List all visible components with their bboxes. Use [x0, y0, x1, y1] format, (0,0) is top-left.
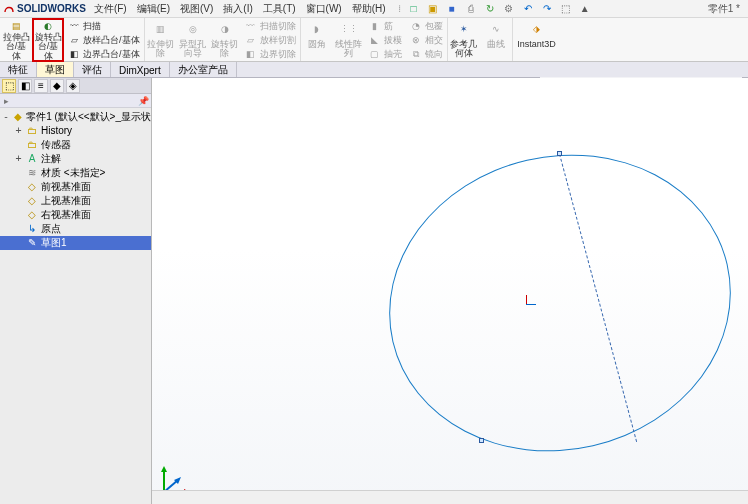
swept-cut-button[interactable]: 〰扫描切除	[245, 20, 296, 32]
tree-sensors-label: 传感器	[41, 139, 71, 151]
curves-label: 曲线	[487, 40, 505, 49]
draft-button[interactable]: ◣拔模	[369, 34, 402, 46]
hole-wizard-label: 异型孔 向导	[179, 40, 206, 59]
tree-toggle-icon[interactable]: +	[14, 125, 23, 137]
manager-tab-icons: ⬚ ◧ ≡ ◆ ◈	[0, 78, 151, 94]
tab-evaluate[interactable]: 评估	[74, 62, 111, 77]
property-manager-tab-icon[interactable]: ◧	[18, 79, 32, 93]
hole-wizard-button[interactable]: ◎ 异型孔 向导	[177, 18, 209, 61]
menu-edit[interactable]: 编辑(E)	[137, 2, 170, 16]
draft-icon: ◣	[369, 34, 381, 46]
extrude-boss-button[interactable]: ▤ 拉伸凸 台/基 体	[0, 18, 32, 61]
document-title: 零件1 *	[708, 2, 740, 16]
manager-header-arrow-icon[interactable]: ▸	[4, 96, 9, 106]
fillet-button[interactable]: ◗ 圆角	[301, 18, 333, 61]
app-brand: SOLIDWORKS	[17, 3, 86, 14]
tree-origin[interactable]: ↳ 原点	[0, 222, 151, 236]
tree-top-plane[interactable]: ◇ 上视基准面	[0, 194, 151, 208]
hole-wizard-icon: ◎	[184, 21, 202, 39]
tree-material-label: 材质 <未指定>	[41, 167, 105, 179]
print-icon[interactable]: ⎙	[464, 2, 478, 16]
tree-toggle-icon[interactable]: +	[14, 153, 23, 165]
linear-pattern-button[interactable]: ⋮⋮ 线性阵 列	[333, 18, 365, 61]
menu-tools[interactable]: 工具(T)	[263, 2, 296, 16]
tree-sensors[interactable]: 🗀 传感器	[0, 138, 151, 152]
sketch-endpoint-top[interactable]	[557, 151, 562, 156]
sketch-ellipse[interactable]	[359, 121, 748, 485]
undo-icon[interactable]: ↶	[521, 2, 535, 16]
tab-dimxpert[interactable]: DimXpert	[111, 62, 170, 77]
tree-front-plane[interactable]: ◇ 前视基准面	[0, 180, 151, 194]
select-icon[interactable]: ⬚	[559, 2, 573, 16]
swept-cut-label: 扫描切除	[260, 20, 296, 33]
boundary-boss-icon: ◧	[68, 48, 80, 60]
ribbon-group-cut: ▥ 拉伸切 除 ◎ 异型孔 向导 ◑ 旋转切 除 〰扫描切除 ▱放样切割 ◧边界…	[145, 18, 301, 61]
tree-sketch1[interactable]: ✎ 草图1	[0, 236, 151, 250]
linear-pattern-icon: ⋮⋮	[340, 21, 358, 39]
tree-right-plane[interactable]: ◇ 右视基准面	[0, 208, 151, 222]
swept-boss-icon: 〰	[68, 20, 80, 32]
tree-root-label: 零件1 (默认<<默认>_显示状	[26, 111, 151, 123]
tab-features[interactable]: 特征	[0, 62, 37, 77]
tab-sketch[interactable]: 草图	[37, 62, 74, 77]
menu-insert[interactable]: 插入(I)	[223, 2, 252, 16]
menu-help[interactable]: 帮助(H)	[352, 2, 386, 16]
reference-geometry-button[interactable]: ✶ 参考几 何体	[448, 18, 480, 61]
revolve-boss-label: 旋转凸 台/基 体	[35, 33, 62, 61]
open-icon[interactable]: ▣	[426, 2, 440, 16]
swept-boss-button[interactable]: 〰扫描	[68, 20, 140, 32]
ribbon: ▤ 拉伸凸 台/基 体 ◐ 旋转凸 台/基 体 〰扫描 ▱放样凸台/基体 ◧边界…	[0, 18, 748, 62]
lofted-cut-button[interactable]: ▱放样切割	[245, 34, 296, 46]
instant3d-label: Instant3D	[517, 40, 556, 49]
pointer-icon[interactable]: ▲	[578, 2, 592, 16]
extrude-cut-button[interactable]: ▥ 拉伸切 除	[145, 18, 177, 61]
revolve-cut-button[interactable]: ◑ 旋转切 除	[209, 18, 241, 61]
draft-label: 拔模	[384, 34, 402, 47]
boundary-cut-button[interactable]: ◧边界切除	[245, 48, 296, 60]
menu-view[interactable]: 视图(V)	[180, 2, 213, 16]
intersect-button[interactable]: ⊗相交	[410, 34, 443, 46]
tree-annotations[interactable]: + A 注解	[0, 152, 151, 166]
lofted-cut-label: 放样切割	[260, 34, 296, 47]
mirror-button[interactable]: ⧉镜向	[410, 48, 443, 60]
tree-root[interactable]: - ◆ 零件1 (默认<<默认>_显示状	[0, 110, 151, 124]
tab-office[interactable]: 办公室产品	[170, 62, 237, 77]
wrap-button[interactable]: ◔包覆	[410, 20, 443, 32]
display-manager-tab-icon[interactable]: ◈	[66, 79, 80, 93]
reference-geometry-icon: ✶	[455, 21, 473, 39]
menubar: SOLIDWORKS 文件(F) 编辑(E) 视图(V) 插入(I) 工具(T)…	[0, 0, 748, 18]
shell-button[interactable]: ▢抽壳	[369, 48, 402, 60]
rebuild-icon[interactable]: ↻	[483, 2, 497, 16]
swept-cut-icon: 〰	[245, 20, 257, 32]
new-doc-icon[interactable]: □	[407, 2, 421, 16]
tree-toggle-icon[interactable]: -	[2, 111, 10, 123]
instant3d-button[interactable]: ⬗ Instant3D	[513, 18, 561, 61]
part-icon: ◆	[13, 111, 23, 123]
ribbon-group-reference: ✶ 参考几 何体 ∿ 曲线	[448, 18, 513, 61]
sketch-endpoint-bottom[interactable]	[479, 438, 484, 443]
revolve-boss-button[interactable]: ◐ 旋转凸 台/基 体	[32, 18, 64, 61]
feature-manager-tab-icon[interactable]: ⬚	[2, 79, 16, 93]
save-icon[interactable]: ■	[445, 2, 459, 16]
graphics-origin-icon	[520, 292, 536, 308]
lofted-boss-button[interactable]: ▱放样凸台/基体	[68, 34, 140, 46]
redo-icon[interactable]: ↷	[540, 2, 554, 16]
menu-file[interactable]: 文件(F)	[94, 2, 127, 16]
pin-icon[interactable]: 📌	[138, 96, 149, 106]
lofted-boss-icon: ▱	[68, 34, 80, 46]
dimxpert-manager-tab-icon[interactable]: ◆	[50, 79, 64, 93]
options-icon[interactable]: ⚙	[502, 2, 516, 16]
history-folder-icon: 🗀	[26, 125, 38, 137]
tree-material[interactable]: ≋ 材质 <未指定>	[0, 166, 151, 180]
boundary-boss-button[interactable]: ◧边界凸台/基体	[68, 48, 140, 60]
rib-button[interactable]: ▮筋	[369, 20, 402, 32]
tree-history[interactable]: + 🗀 History	[0, 124, 151, 138]
revolve-boss-icon: ◐	[39, 21, 57, 32]
main-split: ⬚ ◧ ≡ ◆ ◈ ▸ 📌 - ◆ 零件1 (默认<<默认>_显示状 + 🗀 H…	[0, 78, 748, 504]
curves-button[interactable]: ∿ 曲线	[480, 18, 512, 61]
menu-window[interactable]: 窗口(W)	[306, 2, 342, 16]
configuration-manager-tab-icon[interactable]: ≡	[34, 79, 48, 93]
fillet-label: 圆角	[308, 40, 326, 49]
shell-label: 抽壳	[384, 48, 402, 61]
graphics-area[interactable]	[152, 78, 748, 504]
